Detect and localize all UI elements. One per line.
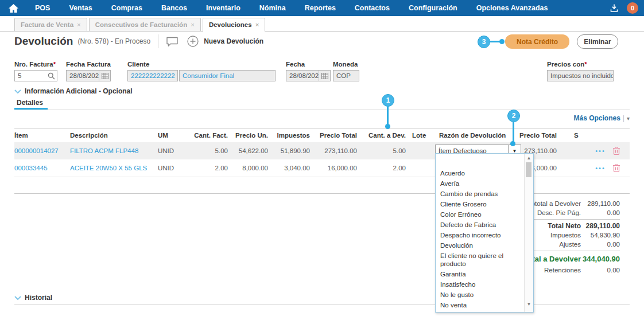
dropdown-option[interactable]: Por falta de venta [436, 310, 525, 313]
date-label: Fecha [286, 61, 331, 68]
nav-menu-item[interactable]: Compras [111, 4, 142, 12]
dropdown-option[interactable]: Garantía [436, 269, 525, 279]
item-code-link[interactable]: 000000014027 [14, 142, 69, 159]
row-actions-button[interactable]: ••• [591, 159, 610, 177]
nav-menu-item[interactable]: Contactos [355, 4, 390, 12]
history-toggle[interactable]: Historial [14, 294, 52, 302]
col-s[interactable]: S [574, 128, 585, 142]
close-icon[interactable]: × [255, 21, 259, 28]
tab-consecutivos-de-facturacion[interactable]: Consecutivos de Facturación× [89, 18, 201, 31]
dropdown-options: AcuerdoAveríaCambio de prendasCliente Gr… [436, 154, 525, 313]
dropdown-option[interactable]: Defecto de Fabrica [436, 220, 525, 230]
client-label: Cliente [127, 61, 276, 68]
dropdown-option[interactable]: Cliente Grosero [436, 199, 525, 209]
callout-dot [499, 39, 505, 44]
callout-connector [387, 107, 389, 125]
dropdown-option[interactable]: Color Erróneo [436, 209, 525, 220]
dropdown-option[interactable]: Despacho incorrecto [436, 230, 525, 240]
calendar-icon[interactable] [319, 71, 330, 81]
dropdown-option[interactable] [436, 157, 525, 168]
trash-icon[interactable] [610, 159, 623, 177]
nav-menu: POSVentasComprasBancosInventarioNóminaRe… [35, 4, 548, 12]
document-status: (Nro. 578) - En Proceso [77, 37, 150, 45]
dropdown-option[interactable]: No le gusto [436, 290, 525, 300]
page-title: Devolución [14, 35, 73, 48]
col-impuestos[interactable]: Impuestos [271, 128, 310, 142]
invoice-number-input[interactable]: 5 [14, 70, 57, 81]
col-um[interactable]: UM [158, 128, 181, 142]
invoice-date-input[interactable]: 28/08/2023 [66, 70, 111, 81]
scroll-up-icon[interactable]: ▲ [525, 155, 533, 161]
comment-bubble-icon[interactable] [166, 36, 179, 47]
nav-menu-item[interactable]: Ventas [69, 4, 92, 12]
divider [14, 110, 630, 110]
callout-connector [513, 122, 514, 142]
chevron-down-icon: ▾ [627, 115, 630, 122]
item-description-link[interactable]: FILTRO ACPM FLP448 [70, 142, 156, 159]
callout-step-3: 3 [478, 36, 490, 48]
notification-badge[interactable]: 0 [627, 2, 638, 14]
trash-icon[interactable] [610, 142, 623, 159]
close-icon[interactable]: × [77, 21, 81, 28]
row-actions-button[interactable]: ••• [591, 142, 610, 159]
table-bottom-border [14, 177, 630, 177]
dropdown-option[interactable]: No venta [436, 300, 525, 310]
delete-button[interactable]: Eliminar [577, 34, 618, 49]
col-lote[interactable]: Lote [412, 128, 434, 142]
date-input[interactable]: 28/08/2023 [286, 70, 331, 81]
search-icon[interactable] [46, 71, 57, 81]
callout-step-1: 1 [382, 94, 394, 107]
chevron-down-icon [14, 89, 21, 93]
callout-dot [510, 141, 515, 146]
col-cant-a-dev[interactable]: Cant. a Dev. [363, 128, 406, 142]
nav-menu-item[interactable]: Bancos [161, 4, 187, 12]
dropdown-option[interactable]: Avería [436, 178, 525, 189]
dropdown-option[interactable]: Devolución [436, 240, 525, 251]
currency-field[interactable]: COP [333, 70, 359, 81]
table-row: 000000014027 FILTRO ACPM FLP448 UNID 5.0… [14, 142, 630, 159]
col-precio-un[interactable]: Precio Un. [232, 128, 268, 142]
details-tab[interactable]: Detalles [17, 99, 43, 107]
dropdown-option[interactable]: El cliente no quiere el producto [436, 251, 525, 269]
nav-menu-item[interactable]: Configuración [409, 4, 457, 12]
download-icon[interactable] [610, 3, 619, 13]
more-options-button[interactable]: Más Opciones|▾ [568, 114, 630, 122]
prices-with-field[interactable]: Impuestos no incluidos [547, 70, 614, 81]
close-icon[interactable]: × [191, 21, 195, 28]
currency-label: Moneda [333, 61, 359, 68]
new-return-button[interactable]: Nueva Devolución [204, 37, 263, 45]
nav-menu-item[interactable]: Reportes [305, 4, 336, 12]
calendar-icon[interactable] [99, 71, 110, 81]
item-description-link[interactable]: ACEITE 20W50 X 55 GLS [70, 159, 156, 177]
nav-menu-item[interactable]: Nómina [259, 4, 286, 12]
item-code-link[interactable]: 000033445 [14, 159, 69, 177]
prices-with-label: Precios con* [547, 61, 614, 68]
dropdown-scrollbar[interactable]: ▲ ▼ [524, 154, 533, 312]
scrollbar-thumb[interactable] [526, 162, 532, 177]
col-description[interactable]: Descripción [70, 128, 156, 142]
cant-a-dev-value[interactable]: 5.00 [363, 142, 406, 159]
nav-menu-item[interactable]: POS [35, 4, 50, 12]
credit-note-button[interactable]: Nota Crédito [505, 34, 569, 49]
nav-menu-item[interactable]: Opciones Avanzadas [476, 4, 548, 12]
col-precio-total[interactable]: Precio Total [315, 128, 357, 142]
scroll-down-icon[interactable]: ▼ [525, 302, 533, 307]
tab-factura-de-venta[interactable]: Factura de Venta× [14, 18, 87, 31]
tab-devoluciones[interactable]: Devoluciones× [203, 18, 266, 32]
dropdown-option[interactable]: Acuerdo [436, 168, 525, 178]
return-reason-dropdown: AcuerdoAveríaCambio de prendasCliente Gr… [435, 153, 534, 313]
col-item[interactable]: Ítem [14, 128, 69, 142]
col-cant-fact[interactable]: Cant. Fact. [181, 128, 228, 142]
home-icon[interactable] [8, 3, 19, 13]
dropdown-option[interactable]: Insatisfecho [436, 279, 525, 290]
client-name-field[interactable]: Consumidor Final [179, 70, 276, 81]
add-circle-icon[interactable] [187, 35, 199, 48]
section-divider [14, 193, 630, 194]
history-divider [14, 305, 630, 305]
cant-a-dev-value[interactable]: 2.00 [363, 159, 406, 177]
dropdown-option[interactable]: Cambio de prendas [436, 189, 525, 199]
top-navbar: POSVentasComprasBancosInventarioNóminaRe… [0, 0, 644, 16]
nav-menu-item[interactable]: Inventario [206, 4, 240, 12]
client-id-field[interactable]: 222222222222 [127, 70, 178, 81]
additional-info-toggle[interactable]: Información Adicional - Opcional [14, 87, 133, 95]
